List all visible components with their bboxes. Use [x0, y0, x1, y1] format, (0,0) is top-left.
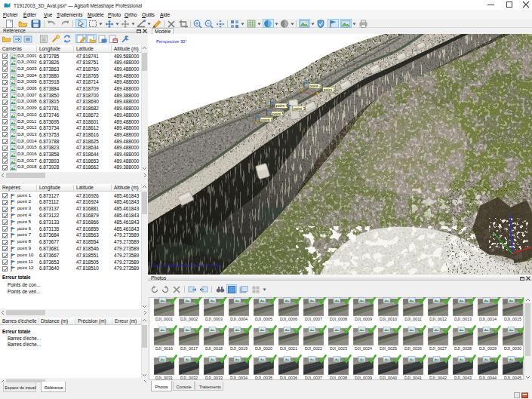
- svg-text:DJI_0034: DJI_0034: [230, 376, 248, 380]
- svg-text:DJI_0005: DJI_0005: [255, 317, 272, 321]
- svg-text:DJI_0043: DJI_0043: [454, 376, 472, 380]
- svg-text:point 5: point 5: [272, 112, 284, 116]
- svg-text:DJI_0006: DJI_0006: [280, 317, 297, 321]
- svg-text:DJI_0020: DJI_0020: [255, 346, 272, 351]
- svg-text:DJI_0035: DJI_0035: [255, 376, 272, 380]
- svg-text:point 2: point 2: [309, 84, 321, 88]
- svg-text:DJI_0023: DJI_0023: [330, 346, 347, 351]
- svg-text:DJI_0028: DJI_0028: [454, 346, 472, 351]
- svg-text:DJI_0009: DJI_0009: [355, 317, 372, 321]
- svg-text:DJI_0007: DJI_0007: [305, 317, 322, 321]
- svg-text:DJI_0038: DJI_0038: [330, 376, 347, 380]
- svg-text:Perspective 30°: Perspective 30°: [156, 39, 187, 44]
- svg-text:DJI_0033: DJI_0033: [205, 376, 223, 380]
- svg-text:DJI_0008: DJI_0008: [330, 317, 347, 321]
- svg-text:DJI_0014: DJI_0014: [479, 317, 497, 321]
- svg-text:point 4: point 4: [276, 103, 288, 108]
- svg-text:DJI_0016: DJI_0016: [155, 346, 173, 351]
- svg-text:point 3: point 3: [294, 106, 306, 111]
- svg-text:DJI_0017: DJI_0017: [180, 346, 198, 351]
- svg-text:DJI_0025: DJI_0025: [380, 346, 397, 351]
- svg-text:DJI_0018: DJI_0018: [205, 346, 223, 351]
- svg-text:DJI_0042: DJI_0042: [429, 376, 447, 380]
- svg-text:DJI_0013: DJI_0013: [454, 317, 472, 321]
- svg-text:DJI_0002: DJI_0002: [180, 317, 198, 321]
- svg-text:DJI_0015: DJI_0015: [504, 317, 521, 321]
- svg-text:DJI_0022: DJI_0022: [305, 346, 322, 351]
- svg-text:DJI_0044: DJI_0044: [479, 376, 497, 380]
- svg-text:DJI_0010: DJI_0010: [380, 317, 397, 321]
- svg-text:DJI_0003: DJI_0003: [205, 317, 223, 321]
- svg-text:DJI_0029: DJI_0029: [479, 346, 497, 351]
- svg-text:DJI_0011: DJI_0011: [404, 317, 422, 321]
- svg-text:DJI_0026: DJI_0026: [404, 346, 422, 351]
- svg-text:Faces: 2,922,025 sommets: 1,47: Faces: 2,922,025 sommets: 1,477,504: [152, 263, 221, 268]
- svg-text:DJI_0012: DJI_0012: [429, 317, 447, 321]
- svg-text:DJI_0040: DJI_0040: [380, 376, 397, 380]
- svg-text:point 6: point 6: [261, 118, 273, 122]
- svg-text:DJI_0001: DJI_0001: [155, 317, 173, 321]
- svg-text:DJI_0039: DJI_0039: [355, 376, 372, 380]
- svg-text:DJI_0030: DJI_0030: [504, 346, 521, 351]
- svg-text:DJI_0021: DJI_0021: [280, 346, 297, 351]
- svg-text:DJI_0004: DJI_0004: [230, 317, 248, 321]
- svg-text:DJI_0041: DJI_0041: [404, 376, 422, 380]
- svg-text:DJI_0036: DJI_0036: [280, 376, 297, 380]
- svg-text:point 1: point 1: [324, 87, 336, 92]
- svg-text:DJI_0019: DJI_0019: [230, 346, 248, 351]
- svg-text:DJI_0024: DJI_0024: [355, 346, 372, 351]
- svg-text:DJI_0027: DJI_0027: [429, 346, 447, 351]
- svg-text:DJI_0037: DJI_0037: [305, 376, 322, 380]
- svg-text:DJI_0032: DJI_0032: [180, 376, 198, 380]
- svg-text:DJI_0045: DJI_0045: [504, 376, 521, 380]
- svg-text:DJI_0031: DJI_0031: [155, 376, 173, 380]
